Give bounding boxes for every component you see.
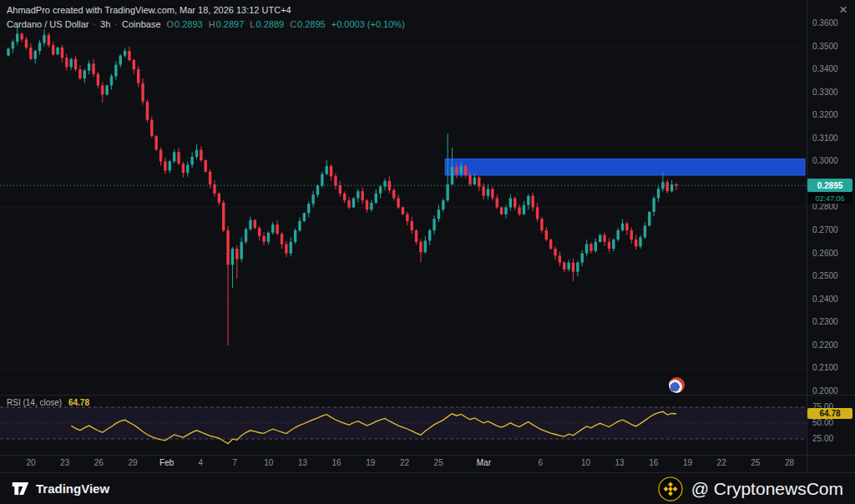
rsi-value: 64.78 bbox=[68, 398, 89, 407]
time-axis-label: 6 bbox=[538, 458, 543, 467]
price-axis-label: 0.2000 bbox=[812, 386, 838, 396]
rsi-header[interactable]: RSI (14, close) 64.78 bbox=[7, 398, 89, 407]
rsi-params: (14, close) bbox=[23, 398, 62, 407]
price-axis-label: 0.3500 bbox=[812, 42, 838, 52]
rsi-axis-label: 25.00 bbox=[812, 434, 833, 444]
tradingview-logo-icon bbox=[12, 481, 29, 496]
bar-countdown-badge: 02:47:06 bbox=[807, 193, 852, 204]
interval-label[interactable]: 3h bbox=[100, 19, 110, 29]
time-axis-label: 20 bbox=[26, 458, 35, 467]
time-axis-label: 23 bbox=[60, 458, 69, 467]
candles-layer bbox=[7, 27, 677, 345]
time-axis-label: 13 bbox=[615, 458, 625, 467]
time-axis-label: 16 bbox=[649, 458, 658, 467]
current-price-badge: 0.2895 bbox=[807, 179, 852, 192]
tradingview-logo[interactable]: TradingView bbox=[12, 481, 109, 496]
rsi-axis-label: 50.00 bbox=[812, 418, 833, 428]
price-axis-label: 0.3600 bbox=[812, 18, 838, 28]
chart-canvas[interactable] bbox=[0, 0, 855, 504]
price-axis-label: 0.2300 bbox=[812, 317, 838, 327]
high-label: H bbox=[209, 19, 215, 29]
price-axis-label: 0.3200 bbox=[812, 110, 838, 120]
time-axis-label: Feb bbox=[159, 458, 174, 467]
time-axis-label: 10 bbox=[581, 458, 590, 467]
time-axis-label: 22 bbox=[717, 458, 726, 467]
time-axis-label: 29 bbox=[128, 458, 137, 467]
tradingview-logo-text: TradingView bbox=[36, 481, 109, 496]
price-axis-label: 0.2200 bbox=[812, 340, 838, 350]
binance-logo-icon bbox=[658, 476, 683, 501]
rsi-name: RSI bbox=[7, 398, 21, 407]
price-axis-label: 0.3100 bbox=[812, 134, 838, 144]
change-value: +0.0003 (+0.10%) bbox=[331, 19, 405, 29]
time-axis-label: 28 bbox=[785, 458, 794, 467]
price-axis-label: 0.3300 bbox=[812, 88, 838, 98]
time-axis-label: 7 bbox=[232, 458, 237, 467]
symbol-title[interactable]: Cardano / US Dollar bbox=[7, 19, 89, 29]
close-value: 0.2895 bbox=[297, 19, 326, 29]
time-axis-label: Mar bbox=[477, 458, 491, 467]
price-axis[interactable]: 0.2895 02:47:06 64.78 0.36000.35000.3400… bbox=[807, 0, 855, 472]
attribution-text: AhmadPro created with TradingView.com, M… bbox=[7, 5, 291, 15]
time-axis[interactable]: 20232629Feb47101316192225Mar610131619222… bbox=[0, 456, 807, 472]
close-label: C bbox=[290, 19, 296, 29]
high-value: 0.2897 bbox=[216, 19, 245, 29]
time-axis-label: 26 bbox=[94, 458, 104, 467]
low-label: L bbox=[250, 19, 255, 29]
exchange-label[interactable]: Coinbase bbox=[122, 19, 160, 29]
time-axis-label: 25 bbox=[751, 458, 760, 467]
separator-dot: · bbox=[93, 19, 96, 29]
sticker-icon[interactable] bbox=[669, 377, 685, 393]
footer-bar: TradingView @ CryptonewsCom bbox=[0, 472, 855, 504]
open-label: O bbox=[167, 19, 175, 29]
watermark: @ CryptonewsCom bbox=[658, 476, 843, 501]
tradingview-chart-page: AhmadPro created with TradingView.com, M… bbox=[0, 0, 855, 504]
price-axis-label: 0.3400 bbox=[812, 64, 838, 74]
close-icon[interactable]: × bbox=[839, 3, 847, 17]
separator-dot: · bbox=[114, 19, 118, 29]
open-value: 0.2893 bbox=[175, 19, 203, 29]
price-axis-label: 0.2600 bbox=[812, 249, 838, 259]
price-axis-label: 0.2700 bbox=[812, 225, 838, 235]
rsi-band bbox=[0, 407, 807, 439]
rsi-value-badge: 64.78 bbox=[807, 408, 852, 419]
time-axis-label: 19 bbox=[366, 458, 375, 467]
symbol-row: Cardano / US Dollar · 3h · Coinbase O 0.… bbox=[7, 19, 405, 29]
resistance-zone[interactable] bbox=[445, 159, 805, 175]
price-axis-label: 0.2100 bbox=[812, 363, 838, 373]
time-axis-label: 16 bbox=[332, 458, 341, 467]
time-axis-label: 13 bbox=[298, 458, 307, 467]
price-axis-label: 0.2400 bbox=[812, 295, 838, 305]
pane-separators bbox=[0, 0, 855, 472]
time-axis-label: 22 bbox=[400, 458, 409, 467]
price-axis-label: 0.3000 bbox=[812, 156, 838, 166]
watermark-text: @ CryptonewsCom bbox=[691, 479, 843, 499]
time-axis-label: 19 bbox=[683, 458, 692, 467]
time-axis-label: 25 bbox=[434, 458, 443, 467]
price-axis-label: 0.2800 bbox=[812, 202, 838, 212]
low-value: 0.2889 bbox=[255, 19, 284, 29]
price-axis-label: 0.2500 bbox=[812, 271, 838, 281]
time-axis-label: 4 bbox=[199, 458, 204, 467]
time-axis-label: 10 bbox=[264, 458, 273, 467]
